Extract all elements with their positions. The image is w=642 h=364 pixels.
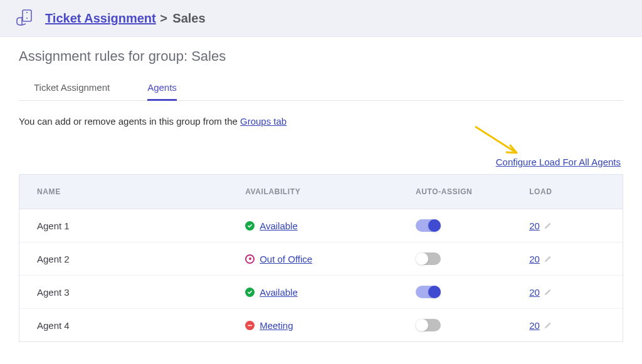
auto-assign-toggle[interactable]: [416, 319, 441, 331]
breadcrumb: Ticket Assignment > Sales: [45, 11, 206, 26]
col-header-auto-assign: AUTO-ASSIGN: [416, 187, 529, 196]
hint-prefix: You can add or remove agents in this gro…: [19, 116, 240, 127]
groups-tab-link[interactable]: Groups tab: [240, 116, 287, 127]
load-cell: 20: [529, 254, 605, 264]
page-content: Assignment rules for group: Sales Ticket…: [0, 37, 642, 364]
load-cell: 20: [529, 221, 605, 231]
availability-link[interactable]: Meeting: [260, 320, 293, 331]
auto-assign-cell: [416, 219, 529, 232]
ticket-assignment-icon: [15, 9, 36, 28]
auto-assign-toggle[interactable]: [416, 286, 441, 298]
breadcrumb-root-link[interactable]: Ticket Assignment: [45, 11, 156, 25]
agent-name: Agent 1: [37, 221, 245, 231]
table-row: Agent 4 Meeting 20: [19, 309, 623, 341]
col-header-name: NAME: [37, 187, 245, 196]
load-value-link[interactable]: 20: [529, 287, 540, 298]
agent-name: Agent 3: [37, 287, 245, 298]
status-available-icon: [245, 221, 255, 231]
table-header: NAME AVAILABILITY AUTO-ASSIGN LOAD: [19, 175, 623, 209]
tab-ticket-assignment[interactable]: Ticket Assignment: [34, 76, 110, 100]
availability-cell: Available: [245, 221, 416, 231]
tab-agents[interactable]: Agents: [147, 76, 177, 101]
table-row: Agent 3 Available 20: [19, 276, 623, 309]
load-value-link[interactable]: 20: [529, 221, 540, 231]
load-value-link[interactable]: 20: [529, 320, 540, 331]
auto-assign-toggle[interactable]: [416, 252, 441, 265]
agent-name: Agent 2: [37, 254, 245, 264]
breadcrumb-separator: >: [160, 11, 167, 25]
availability-cell: Meeting: [245, 320, 416, 331]
status-busy-icon: [245, 321, 255, 330]
page-title: Assignment rules for group: Sales: [19, 48, 623, 65]
auto-assign-cell: [416, 286, 529, 298]
availability-cell: Out of Office: [245, 254, 416, 264]
load-value-link[interactable]: 20: [529, 254, 540, 264]
load-cell: 20: [529, 287, 605, 298]
group-hint-text: You can add or remove agents in this gro…: [19, 116, 623, 127]
configure-load-row: Configure Load For All Agents: [19, 157, 623, 168]
auto-assign-cell: [416, 252, 529, 265]
table-row: Agent 2 Out of Office 20: [19, 242, 623, 276]
auto-assign-toggle[interactable]: [416, 219, 441, 232]
availability-link[interactable]: Available: [260, 287, 298, 298]
agents-table: NAME AVAILABILITY AUTO-ASSIGN LOAD Agent…: [19, 174, 623, 342]
edit-icon[interactable]: [544, 288, 552, 296]
col-header-load: LOAD: [529, 187, 605, 196]
col-header-availability: AVAILABILITY: [245, 187, 416, 196]
breadcrumb-bar: Ticket Assignment > Sales: [0, 0, 642, 37]
load-cell: 20: [529, 320, 605, 331]
annotation-arrow-icon: [473, 124, 523, 159]
table-row: Agent 1 Available 20: [19, 209, 623, 242]
availability-link[interactable]: Out of Office: [260, 254, 312, 264]
breadcrumb-current: Sales: [172, 11, 205, 25]
status-available-icon: [245, 288, 255, 297]
edit-icon[interactable]: [544, 254, 552, 263]
status-away-icon: [245, 254, 255, 264]
availability-link[interactable]: Available: [260, 221, 298, 231]
svg-rect-0: [23, 10, 31, 21]
auto-assign-cell: [416, 319, 529, 331]
availability-cell: Available: [245, 287, 416, 298]
agent-name: Agent 4: [37, 320, 245, 331]
edit-icon[interactable]: [544, 321, 552, 330]
edit-icon[interactable]: [544, 221, 552, 230]
tab-list: Ticket Assignment Agents: [19, 76, 623, 101]
